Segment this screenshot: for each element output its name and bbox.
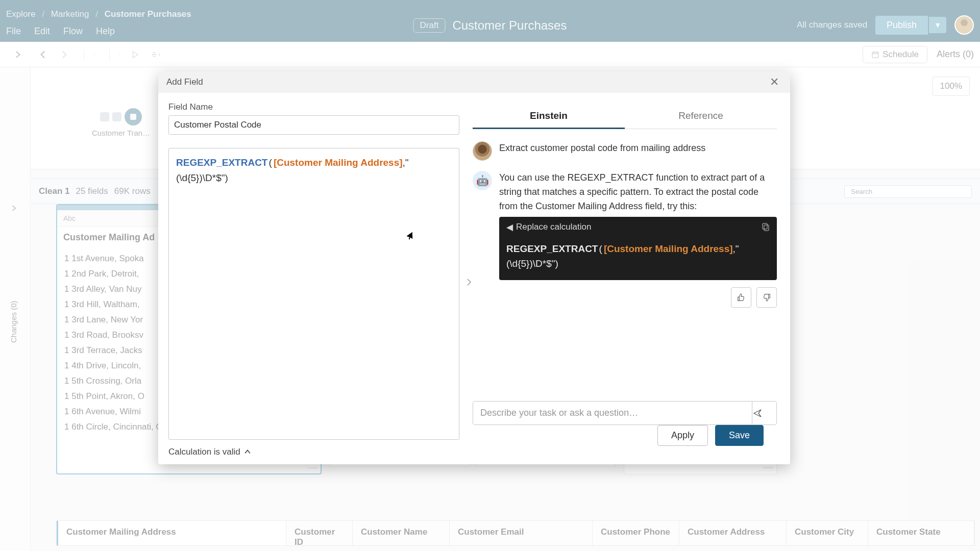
expand-right-icon[interactable] [467, 279, 473, 285]
run-flow-icon[interactable] [130, 49, 141, 60]
chevron-up-icon [244, 449, 251, 455]
bot-message-text: You can use the REGEXP_EXTRACT function … [499, 171, 777, 214]
menu-flow[interactable]: Flow [63, 26, 83, 37]
svg-rect-5 [763, 223, 767, 229]
refresh-icon[interactable] [109, 49, 120, 60]
page-title: Customer Purchases [452, 18, 567, 33]
svg-point-2 [155, 54, 156, 55]
assistant-tabs: Einstein Reference [473, 104, 777, 129]
column-header[interactable]: Customer Phone [593, 521, 679, 545]
draft-badge: Draft [413, 18, 446, 33]
tab-einstein[interactable]: Einstein [473, 104, 625, 129]
calendar-icon [871, 51, 879, 59]
step-name[interactable]: Clean 1 [39, 186, 69, 196]
chevron-left-icon: ◀ [506, 222, 513, 233]
sidebar-toggle[interactable] [6, 51, 31, 58]
left-rail: Changes (0) [0, 67, 31, 551]
changes-label[interactable]: Changes (0) [9, 300, 18, 343]
schedule-button[interactable]: Schedule [863, 46, 927, 63]
flow-node-label: Customer Tran… [92, 129, 150, 137]
field-search-input[interactable] [844, 185, 972, 198]
user-avatar[interactable] [954, 15, 974, 35]
save-button[interactable]: Save [715, 425, 764, 446]
modal-right-pane: Einstein Reference Extract customer post… [470, 93, 790, 464]
field-name-label: Field Name [168, 102, 459, 112]
menu-file[interactable]: File [6, 26, 21, 37]
ask-einstein-input[interactable] [473, 402, 752, 424]
zoom-level[interactable]: 100% [933, 77, 970, 96]
nav-forward-icon[interactable] [58, 49, 69, 60]
menu-edit[interactable]: Edit [34, 26, 50, 37]
send-button[interactable] [752, 402, 776, 424]
modal-title: Add Field [166, 77, 203, 87]
user-message-text: Extract customer postal code from mailin… [499, 141, 705, 161]
breadcrumb-leaf[interactable]: Customer Purchases [105, 9, 191, 19]
menu-help[interactable]: Help [96, 26, 115, 37]
replace-calculation-button[interactable]: ◀ Replace calculation [499, 217, 777, 238]
modal-header: Add Field ✕ [158, 71, 790, 93]
breadcrumb-mid[interactable]: Marketing [51, 9, 89, 19]
field-title: Customer Mailing Ad [63, 232, 155, 243]
svg-rect-4 [130, 114, 136, 120]
save-status: All changes saved [797, 20, 867, 30]
svg-rect-6 [764, 225, 769, 231]
step-rows-count: 69K rows [114, 186, 151, 196]
modal-left-pane: Field Name REGEXP_EXTRACT([Customer Mail… [158, 93, 470, 464]
expand-changes-icon[interactable] [11, 205, 17, 211]
data-grid-header: Customer Mailing Address Customer ID Cus… [56, 520, 975, 546]
menu-bar: File Edit Flow Help [6, 26, 115, 37]
field-name-input[interactable] [168, 115, 459, 135]
toolbar: Schedule Alerts (0) [0, 42, 980, 67]
publish-dropdown[interactable]: ▼ [929, 17, 946, 33]
copy-icon[interactable] [761, 222, 770, 232]
node-action-icon[interactable] [100, 112, 109, 121]
feedback-row [499, 287, 777, 308]
node-action-icon[interactable] [112, 112, 121, 121]
svg-point-0 [93, 54, 94, 54]
column-header[interactable]: Customer Name [353, 521, 450, 545]
step-fields-count: 25 fields [76, 186, 108, 196]
column-header[interactable]: Customer City [787, 521, 868, 545]
suggested-formula: REGEXP_EXTRACT([Customer Mailing Address… [499, 238, 777, 280]
modal-footer: Apply Save [473, 425, 777, 457]
column-header[interactable]: Customer Email [450, 521, 593, 545]
apply-button[interactable]: Apply [657, 425, 708, 446]
calculation-status[interactable]: Calculation is valid [168, 447, 459, 457]
node-circle-icon[interactable] [125, 108, 142, 126]
flow-node[interactable]: Customer Tran… [92, 108, 150, 137]
schedule-label: Schedule [883, 49, 919, 60]
chat-bot-message: 🤖 You can use the REGEXP_EXTRACT functio… [473, 171, 777, 308]
column-header[interactable]: Customer State [868, 521, 974, 545]
alerts-button[interactable]: Alerts (0) [937, 49, 974, 60]
tab-reference[interactable]: Reference [625, 104, 777, 129]
column-header[interactable]: Customer Mailing Address [57, 521, 286, 545]
user-avatar-icon [473, 141, 492, 161]
column-header[interactable]: Customer Address [679, 521, 787, 545]
thumbs-up-button[interactable] [731, 287, 751, 308]
more-actions-icon[interactable] [150, 49, 161, 60]
breadcrumb[interactable]: Explore / Marketing / Customer Purchases [6, 9, 191, 19]
close-icon[interactable]: ✕ [767, 74, 782, 90]
data-source-icon[interactable] [84, 49, 95, 60]
code-suggestion: ◀ Replace calculation REGEXP_EXTRACT([Cu… [499, 217, 777, 280]
publish-button[interactable]: Publish [875, 16, 928, 35]
add-field-modal: Add Field ✕ Field Name REGEXP_EXTRACT([C… [158, 71, 790, 464]
formula-editor[interactable]: REGEXP_EXTRACT([Customer Mailing Address… [168, 148, 459, 440]
header-right: All changes saved Publish ▼ [797, 15, 974, 35]
chat-user-message: Extract customer postal code from mailin… [473, 141, 777, 161]
app-header: Explore / Marketing / Customer Purchases… [0, 0, 980, 42]
einstein-avatar-icon: 🤖 [473, 171, 492, 190]
title-area: Draft Customer Purchases [413, 18, 567, 33]
column-header[interactable]: Customer ID [286, 521, 353, 545]
ask-einstein-row [473, 401, 777, 425]
breadcrumb-root[interactable]: Explore [6, 9, 36, 19]
thumbs-down-button[interactable] [756, 287, 777, 308]
mouse-cursor-icon [408, 232, 415, 242]
svg-point-1 [152, 54, 154, 55]
svg-rect-3 [872, 52, 878, 58]
nav-back-icon[interactable] [38, 49, 49, 60]
